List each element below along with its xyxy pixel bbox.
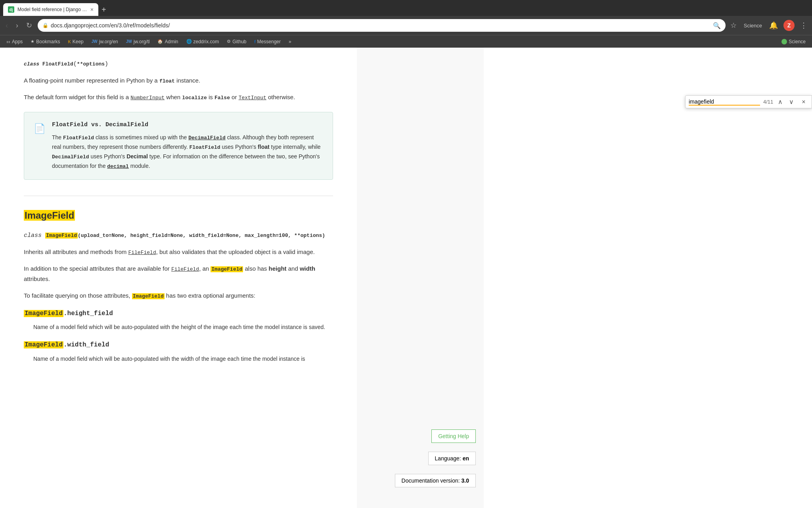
bookmark-zeddrix-label: zeddrix.com [193,39,219,44]
language-value: en [463,455,469,462]
width-field-desc: Name of a model field which will be auto… [33,354,333,364]
apps-grid-icon: ⚏ [6,39,10,44]
decimal-module-code[interactable]: decimal [107,164,129,169]
float-strong: float [258,144,270,150]
address-bar[interactable]: 🔒 docs.djangoproject.com/en/3.0/ref/mode… [38,19,726,32]
bookmark-more[interactable]: » [285,38,295,45]
messenger-icon: f [255,39,256,44]
find-next-button[interactable]: ∨ [787,97,795,106]
jw-en-icon: JW [92,39,98,44]
science-check-icon [781,39,787,44]
language-label: Language: [435,455,463,462]
sidebar-widgets: Getting Help Language: en Documentation … [395,429,476,492]
getting-help-button[interactable]: Getting Help [431,429,476,443]
imagefield-desc-1: Inherits all attributes and methods from… [24,247,333,257]
width-strong: width [300,265,315,272]
imagefield-heading-highlighted: ImageField [24,210,75,221]
height-field-heading-highlighted: ImageField [24,310,63,317]
bookmark-jw-tl[interactable]: JW jw.org/tl [123,38,153,45]
more-bookmarks-label: » [289,39,291,44]
zeddrix-icon: 🌐 [186,39,192,44]
new-tab-button[interactable]: + [98,5,109,14]
keep-icon: K [68,39,71,44]
tab-close-button[interactable]: × [90,6,94,13]
science-label[interactable]: Science [742,21,764,30]
localize-code: localize [182,95,207,101]
note-decimalfield-code[interactable]: DecimalField [188,135,226,141]
doc-version-label: Documentation version: [402,477,462,484]
class-keyword-italic: class [24,61,42,67]
imagefield-section: ImageField class ImageField(upload_to=No… [24,208,333,364]
profile-avatar[interactable]: Z [783,20,795,31]
section-divider [24,196,333,196]
find-prev-button[interactable]: ∧ [776,97,784,106]
height-field-attr: ImageField.height_field Name of a model … [24,309,333,332]
floatfield-desc-1: A floating-point number represented in P… [24,75,333,86]
language-box: Language: en [428,452,476,465]
right-panel: Getting Help Language: en Documentation … [357,48,484,508]
floatfield-class-signature: class FloatField(**options) [24,60,333,69]
imagefield-class-signature: class ImageField(upload_to=None, height_… [24,231,333,241]
star-button[interactable]: ☆ [729,19,738,31]
decimal-strong: Decimal [126,153,148,160]
menu-button[interactable]: ⋮ [799,19,809,31]
bookmark-bookmarks-label: Bookmarks [36,39,60,44]
back-button[interactable]: ‹ [3,20,10,31]
find-input[interactable] [689,98,760,106]
forward-button[interactable]: › [13,20,21,31]
bookmark-admin[interactable]: 🏠 Admin [154,38,181,45]
note-floatfield2-code: FloatField [190,144,220,150]
floatfield-desc-2: The default form widget for this field i… [24,92,333,102]
doc-version-value: 3.0 [462,477,469,484]
note-title: FloatField vs. DecimalField [52,120,323,130]
bookmark-github[interactable]: ⚙ Github [224,38,249,45]
bookmark-bookmarks[interactable]: ★ Bookmarks [27,38,63,45]
bookmarks-bar: ⚏ Apps ★ Bookmarks K Keep JW jw.org/en J… [0,35,812,48]
bookmark-messenger[interactable]: f Messenger [251,38,284,45]
imagefield-params: (upload_to=None, height_field=None, widt… [78,233,325,239]
lens-icon: 🔍 [713,22,721,29]
tab-bar: dj Model field reference | Django d... ×… [0,0,812,16]
bookmark-keep-label: Keep [73,39,84,44]
tab-favicon: dj [8,6,14,13]
floatfield-classname: FloatField [42,61,73,67]
floatfield-params: (**options) [73,61,108,67]
active-tab[interactable]: dj Model field reference | Django d... × [3,3,98,16]
note-document-icon: 📄 [34,121,46,171]
nav-right-actions: ☆ Science 🔔 Z ⋮ [729,19,809,31]
find-count: 4/11 [763,99,773,105]
url-text: docs.djangoproject.com/en/3.0/ref/models… [51,22,710,29]
jw-tl-icon: JW [126,39,132,44]
width-field-attr: ImageField.width_field Name of a model f… [24,340,333,364]
notification-icon[interactable]: 🔔 [768,19,779,31]
floatfield-note-box: 📄 FloatField vs. DecimalField The FloatF… [24,112,333,179]
textinput-code[interactable]: TextInput [239,95,266,101]
github-icon: ⚙ [227,39,231,44]
doc-version-box: Documentation version: 3.0 [395,474,476,487]
note-content: FloatField vs. DecimalField The FloatFie… [52,120,323,171]
numberinput-code[interactable]: NumberInput [130,95,165,101]
filefield-code-1[interactable]: FileField [128,250,156,256]
main-content: class FloatField(**options) A floating-p… [0,48,357,508]
note-body: The FloatField class is sometimes mixed … [52,133,323,171]
bookmark-science-label: Science [789,39,806,44]
tab-title: Model field reference | Django d... [17,7,87,12]
lock-icon: 🔒 [42,23,48,28]
bookmark-zeddrix[interactable]: 🌐 zeddrix.com [183,38,222,45]
filefield-code-2[interactable]: FileField [171,266,199,272]
height-field-suffix: .height_field [63,310,113,317]
height-field-heading: ImageField.height_field [24,309,333,319]
bookmark-keep[interactable]: K Keep [65,38,86,45]
bookmark-messenger-label: Messenger [257,39,281,44]
reload-button[interactable]: ↻ [24,19,34,31]
browser-chrome: dj Model field reference | Django d... ×… [0,0,812,48]
note-floatfield-code: FloatField [63,135,94,141]
bookmark-admin-label: Admin [165,39,178,44]
bookmark-jw-en[interactable]: JW jw.org/en [88,38,121,45]
bookmark-science[interactable]: Science [778,38,809,45]
bookmark-apps[interactable]: ⚏ Apps [3,38,26,45]
false-code: False [214,95,230,101]
find-close-button[interactable]: × [800,98,807,106]
floatfield-section: class FloatField(**options) A floating-p… [24,60,333,180]
imagefield-classname-highlighted: ImageField [45,233,78,239]
